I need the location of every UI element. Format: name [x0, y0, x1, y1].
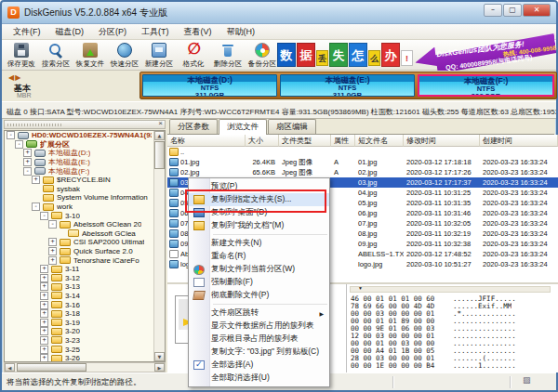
toolbar-button[interactable]: 格式化: [176, 41, 210, 69]
tab[interactable]: 扇区编辑: [268, 119, 316, 134]
tree-item[interactable]: + 本地磁盘(D:): [5, 149, 152, 158]
tree-item[interactable]: + 3-25: [5, 345, 152, 354]
tree-expander[interactable]: +: [23, 149, 32, 157]
tree-item[interactable]: - 本地磁盘(F:): [5, 166, 152, 176]
partition-block[interactable]: 本地磁盘(F:) NTFS 309.5GB: [418, 74, 554, 97]
column-header[interactable]: 创建时间: [480, 135, 558, 147]
partition-block[interactable]: 本地磁盘(D:) NTFS 311.0GB: [142, 74, 277, 97]
toolbar-button[interactable]: 新建分区: [141, 41, 176, 69]
column-header[interactable]: 文件类型: [279, 135, 331, 147]
tree-item[interactable]: + 3-11: [5, 265, 152, 274]
tree-expander[interactable]: +: [40, 282, 48, 291]
menu-item[interactable]: 查看(V): [177, 24, 219, 40]
tree-scrollbar-thumb[interactable]: [154, 141, 165, 169]
tree-item[interactable]: + 3-13: [5, 282, 152, 292]
tree-expander[interactable]: +: [40, 301, 48, 309]
tree-item[interactable]: + 3-23: [5, 336, 152, 346]
tree-expander[interactable]: +: [48, 256, 57, 265]
hex-scrollbar[interactable]: ▼: [350, 286, 551, 293]
tree-expander[interactable]: +: [40, 265, 48, 273]
context-menu-item[interactable]: 文件扇区跳转 ▶: [189, 307, 329, 320]
tree-item[interactable]: sysbak: [5, 185, 152, 194]
menu-item[interactable]: 工具(T): [134, 24, 177, 40]
tree-item[interactable]: - 扩展分区: [5, 140, 152, 150]
scroll-left-icon[interactable]: ◀: [5, 363, 15, 372]
context-menu-item[interactable]: 新建文件夹(N): [189, 237, 329, 250]
column-header[interactable]: 名称: [167, 135, 246, 147]
tree-item[interactable]: + Quick Surface 2.0: [5, 247, 152, 256]
tree-item[interactable]: - HD0:WDCWD10EZEX-75WN4A1(932GB): [5, 131, 152, 140]
tree-expander[interactable]: +: [40, 292, 48, 300]
tree-expander[interactable]: -: [15, 140, 23, 149]
tree-expander[interactable]: +: [32, 176, 40, 184]
tree-expander[interactable]: +: [40, 327, 48, 335]
column-header[interactable]: 短文件名: [355, 135, 404, 147]
tree-item[interactable]: + 3-14: [5, 292, 152, 301]
menu-item[interactable]: 文件(F): [6, 24, 48, 40]
tree-item[interactable]: + CSI SAP2000 Ultimat: [5, 238, 152, 247]
context-menu-item[interactable]: 彻底删除文件(P): [189, 289, 329, 302]
tree-expander[interactable]: -: [40, 212, 48, 220]
ad-banner-tiles[interactable]: 数 据 丢 失 怎 么 办 !: [277, 43, 414, 67]
tree-expander[interactable]: +: [40, 346, 48, 354]
tree-expander[interactable]: +: [40, 336, 48, 345]
context-menu-item[interactable]: 全部选择(A): [189, 359, 329, 372]
tree-expander[interactable]: +: [23, 158, 32, 166]
context-menu-item[interactable]: 显示文件数据所占用的簇列表: [189, 320, 329, 333]
tree-expander[interactable]: -: [48, 220, 57, 229]
tree-item[interactable]: + 本地磁盘(E:): [5, 158, 152, 167]
tree-item[interactable]: + $RECYCLE.BIN: [5, 176, 152, 185]
scroll-down-icon[interactable]: ▼: [154, 352, 165, 361]
tree-item[interactable]: - 3-10: [5, 211, 152, 220]
tree-expander[interactable]: +: [48, 238, 57, 246]
toolbar-button[interactable]: 保存更改: [4, 41, 38, 69]
toolbar-button[interactable]: 恢复文件: [73, 41, 107, 69]
tree-hscrollbar-thumb[interactable]: [17, 363, 86, 372]
tree-item[interactable]: + 3-19: [5, 318, 152, 327]
menu-item[interactable]: 帮助(H): [219, 24, 263, 40]
tree-expander[interactable]: -: [32, 203, 40, 211]
tree-item[interactable]: + 3-12: [5, 274, 152, 283]
resize-grip-icon[interactable]: ▨: [523, 375, 531, 385]
tree-item[interactable]: + 3-16: [5, 300, 152, 309]
context-menu-item[interactable]: 显示根目录占用的簇列表: [189, 333, 329, 346]
tree-item[interactable]: + Tenorshare iCareFo: [5, 255, 152, 265]
tree-item[interactable]: Abelssoft GClea: [5, 229, 152, 239]
tree-item[interactable]: + 3-20: [5, 327, 152, 336]
maximize-button[interactable]: ▢: [503, 4, 522, 17]
tree-expander[interactable]: +: [40, 319, 48, 327]
title-bar[interactable]: D DiskGenius V5.2.0.884 x64 专业版 – ▢ ✕: [2, 2, 556, 24]
menu-item[interactable]: 磁盘(D): [48, 24, 92, 40]
scroll-right-icon[interactable]: ▶: [154, 363, 165, 372]
file-row[interactable]: 01.jpg 26.4KB Jpeg 图像 A 01.jpg 2020-03-1…: [167, 157, 558, 167]
context-menu-item[interactable]: 复制到"我的文档"(M): [189, 219, 329, 232]
partition-nav-arrows[interactable]: ◀▶: [8, 73, 21, 82]
toolbar-button[interactable]: 快速分区: [107, 41, 141, 69]
toolbar-button[interactable]: 搜索分区: [38, 41, 73, 69]
context-menu-item[interactable]: 重命名(R): [189, 250, 329, 263]
tree-horizontal-scrollbar[interactable]: ◀ ▶: [4, 362, 166, 372]
column-header[interactable]: 大小: [246, 135, 279, 147]
tree-expander[interactable]: +: [40, 354, 48, 362]
file-row[interactable]: 02.jpg 65.6KB Jpeg 图像 A 02.jpg 2020-03-1…: [167, 167, 558, 177]
file-row[interactable]: ..: [167, 147, 558, 157]
column-header[interactable]: 属性: [331, 135, 355, 147]
tree-expander[interactable]: +: [48, 247, 57, 255]
tree-expander[interactable]: -: [7, 131, 15, 139]
tree-vertical-scrollbar[interactable]: ▲ ▼: [153, 131, 165, 361]
tree-expander[interactable]: +: [40, 274, 48, 282]
context-menu-item[interactable]: 全部取消选择(U): [189, 372, 329, 385]
tree-item[interactable]: - Abelssoft GClean 20: [5, 220, 152, 229]
tree-panel-close-icon[interactable]: ×: [158, 119, 163, 127]
menu-item[interactable]: 分区(P): [91, 24, 134, 40]
tree-item[interactable]: + 3-18: [5, 309, 152, 319]
context-menu-item[interactable]: 复制文字: "03.jpg" 到剪贴板(C): [189, 346, 329, 359]
ad-banner-arrow[interactable]: DiskGenius团队为您服务! 热线: 400-008-9958 QQ: 4…: [415, 41, 556, 70]
close-button[interactable]: ✕: [523, 4, 551, 17]
tree-item[interactable]: + 3-26: [5, 354, 152, 362]
tree-expander[interactable]: -: [23, 167, 32, 176]
partition-block[interactable]: 本地磁盘(E:) NTFS 311.0GB: [280, 74, 415, 97]
column-header[interactable]: 修改时间: [404, 135, 480, 147]
minimize-button[interactable]: –: [484, 4, 502, 17]
toolbar-button[interactable]: 备份分区: [245, 41, 279, 69]
